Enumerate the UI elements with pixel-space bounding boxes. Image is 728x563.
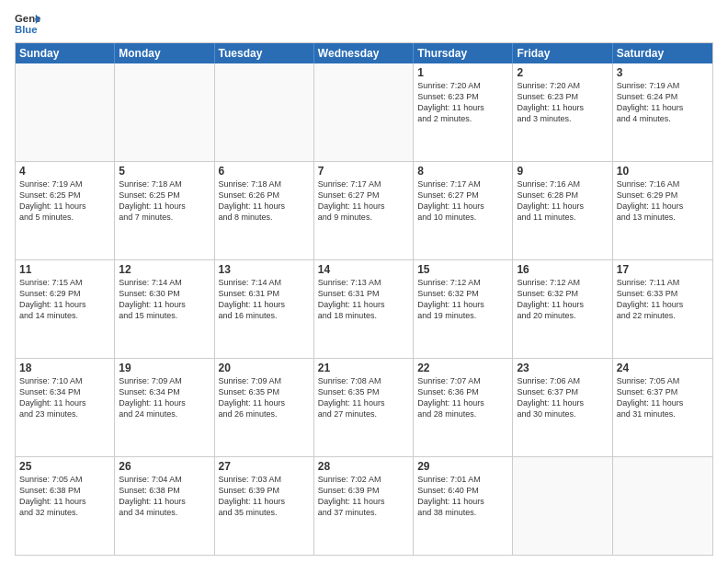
- calendar-cell: 24Sunrise: 7:05 AM Sunset: 6:37 PM Dayli…: [613, 359, 712, 456]
- calendar-cell: [215, 63, 314, 161]
- calendar-cell: [314, 63, 414, 161]
- calendar-cell: 11Sunrise: 7:15 AM Sunset: 6:29 PM Dayli…: [16, 260, 115, 358]
- calendar-cell: 9Sunrise: 7:16 AM Sunset: 6:28 PM Daylig…: [513, 162, 612, 259]
- weekday-header-tuesday: Tuesday: [215, 43, 314, 63]
- day-info: Sunrise: 7:10 AM Sunset: 6:34 PM Dayligh…: [19, 375, 110, 420]
- day-info: Sunrise: 7:02 AM Sunset: 6:39 PM Dayligh…: [318, 474, 409, 519]
- day-number: 19: [119, 362, 210, 374]
- header: General Blue: [15, 11, 713, 37]
- calendar-cell: 16Sunrise: 7:12 AM Sunset: 6:32 PM Dayli…: [513, 260, 612, 358]
- day-number: 24: [617, 362, 709, 374]
- day-info: Sunrise: 7:05 AM Sunset: 6:37 PM Dayligh…: [617, 375, 709, 420]
- svg-text:Blue: Blue: [15, 24, 38, 35]
- day-info: Sunrise: 7:14 AM Sunset: 6:30 PM Dayligh…: [119, 277, 210, 322]
- logo-icon: General Blue: [15, 11, 40, 37]
- day-info: Sunrise: 7:06 AM Sunset: 6:37 PM Dayligh…: [517, 375, 608, 420]
- calendar-header: SundayMondayTuesdayWednesdayThursdayFrid…: [16, 43, 712, 63]
- day-number: 27: [219, 460, 310, 473]
- day-number: 23: [517, 362, 608, 374]
- calendar-cell: [513, 457, 612, 555]
- calendar-cell: 22Sunrise: 7:07 AM Sunset: 6:36 PM Dayli…: [414, 359, 513, 456]
- day-number: 20: [219, 362, 310, 374]
- day-info: Sunrise: 7:03 AM Sunset: 6:39 PM Dayligh…: [219, 474, 310, 519]
- calendar-cell: 4Sunrise: 7:19 AM Sunset: 6:25 PM Daylig…: [16, 162, 115, 259]
- calendar-row-4: 18Sunrise: 7:10 AM Sunset: 6:34 PM Dayli…: [16, 358, 712, 456]
- calendar-cell: 6Sunrise: 7:18 AM Sunset: 6:26 PM Daylig…: [215, 162, 314, 259]
- calendar-cell: 18Sunrise: 7:10 AM Sunset: 6:34 PM Dayli…: [16, 359, 115, 456]
- day-number: 18: [19, 362, 110, 374]
- calendar-row-5: 25Sunrise: 7:05 AM Sunset: 6:38 PM Dayli…: [16, 456, 712, 555]
- day-info: Sunrise: 7:04 AM Sunset: 6:38 PM Dayligh…: [119, 474, 210, 519]
- day-info: Sunrise: 7:19 AM Sunset: 6:25 PM Dayligh…: [19, 178, 110, 224]
- weekday-header-sunday: Sunday: [16, 43, 115, 63]
- day-info: Sunrise: 7:08 AM Sunset: 6:35 PM Dayligh…: [318, 375, 409, 420]
- calendar-cell: 20Sunrise: 7:09 AM Sunset: 6:35 PM Dayli…: [215, 359, 314, 456]
- day-number: 26: [119, 460, 210, 473]
- calendar-cell: 28Sunrise: 7:02 AM Sunset: 6:39 PM Dayli…: [314, 457, 414, 555]
- calendar-cell: 12Sunrise: 7:14 AM Sunset: 6:30 PM Dayli…: [115, 260, 214, 358]
- day-number: 25: [19, 460, 110, 473]
- calendar-cell: 15Sunrise: 7:12 AM Sunset: 6:32 PM Dayli…: [414, 260, 513, 358]
- calendar-cell: 27Sunrise: 7:03 AM Sunset: 6:39 PM Dayli…: [215, 457, 314, 555]
- calendar-cell: 19Sunrise: 7:09 AM Sunset: 6:34 PM Dayli…: [115, 359, 214, 456]
- calendar-cell: 17Sunrise: 7:11 AM Sunset: 6:33 PM Dayli…: [613, 260, 712, 358]
- calendar-row-3: 11Sunrise: 7:15 AM Sunset: 6:29 PM Dayli…: [16, 259, 712, 358]
- logo: General Blue: [15, 11, 40, 37]
- day-number: 15: [417, 263, 508, 276]
- day-info: Sunrise: 7:18 AM Sunset: 6:26 PM Dayligh…: [219, 178, 310, 224]
- day-number: 16: [517, 263, 608, 276]
- calendar-cell: 21Sunrise: 7:08 AM Sunset: 6:35 PM Dayli…: [314, 359, 414, 456]
- day-number: 10: [617, 165, 709, 178]
- day-info: Sunrise: 7:16 AM Sunset: 6:29 PM Dayligh…: [617, 178, 709, 224]
- day-number: 6: [219, 165, 310, 178]
- calendar-cell: 1Sunrise: 7:20 AM Sunset: 6:23 PM Daylig…: [414, 63, 513, 161]
- calendar-cell: 29Sunrise: 7:01 AM Sunset: 6:40 PM Dayli…: [414, 457, 513, 555]
- day-number: 14: [318, 263, 409, 276]
- day-info: Sunrise: 7:13 AM Sunset: 6:31 PM Dayligh…: [318, 277, 409, 322]
- weekday-header-monday: Monday: [115, 43, 214, 63]
- weekday-header-saturday: Saturday: [613, 43, 712, 63]
- day-number: 1: [417, 66, 508, 79]
- day-number: 4: [19, 165, 110, 178]
- day-number: 29: [417, 460, 508, 473]
- weekday-header-thursday: Thursday: [414, 43, 513, 63]
- day-number: 8: [417, 165, 508, 178]
- page: General Blue SundayMondayTuesdayWednesda…: [0, 0, 728, 563]
- weekday-header-friday: Friday: [513, 43, 612, 63]
- calendar-row-2: 4Sunrise: 7:19 AM Sunset: 6:25 PM Daylig…: [16, 161, 712, 259]
- calendar-body: 1Sunrise: 7:20 AM Sunset: 6:23 PM Daylig…: [16, 63, 712, 555]
- calendar-cell: [115, 63, 214, 161]
- day-info: Sunrise: 7:01 AM Sunset: 6:40 PM Dayligh…: [417, 474, 508, 519]
- day-info: Sunrise: 7:15 AM Sunset: 6:29 PM Dayligh…: [19, 277, 110, 322]
- calendar-cell: 2Sunrise: 7:20 AM Sunset: 6:23 PM Daylig…: [513, 63, 612, 161]
- calendar-cell: 23Sunrise: 7:06 AM Sunset: 6:37 PM Dayli…: [513, 359, 612, 456]
- day-number: 5: [119, 165, 210, 178]
- day-number: 2: [517, 66, 608, 79]
- day-info: Sunrise: 7:17 AM Sunset: 6:27 PM Dayligh…: [318, 178, 409, 224]
- calendar-cell: 5Sunrise: 7:18 AM Sunset: 6:25 PM Daylig…: [115, 162, 214, 259]
- day-info: Sunrise: 7:05 AM Sunset: 6:38 PM Dayligh…: [19, 474, 110, 519]
- day-number: 17: [617, 263, 709, 276]
- calendar-cell: 14Sunrise: 7:13 AM Sunset: 6:31 PM Dayli…: [314, 260, 414, 358]
- calendar-cell: 26Sunrise: 7:04 AM Sunset: 6:38 PM Dayli…: [115, 457, 214, 555]
- calendar-cell: 13Sunrise: 7:14 AM Sunset: 6:31 PM Dayli…: [215, 260, 314, 358]
- calendar-cell: 3Sunrise: 7:19 AM Sunset: 6:24 PM Daylig…: [613, 63, 712, 161]
- day-number: 9: [517, 165, 608, 178]
- day-number: 13: [219, 263, 310, 276]
- calendar-cell: 8Sunrise: 7:17 AM Sunset: 6:27 PM Daylig…: [414, 162, 513, 259]
- day-number: 3: [617, 66, 709, 79]
- day-info: Sunrise: 7:19 AM Sunset: 6:24 PM Dayligh…: [617, 80, 709, 125]
- day-info: Sunrise: 7:11 AM Sunset: 6:33 PM Dayligh…: [617, 277, 709, 322]
- day-info: Sunrise: 7:18 AM Sunset: 6:25 PM Dayligh…: [119, 178, 210, 224]
- day-number: 21: [318, 362, 409, 374]
- day-info: Sunrise: 7:09 AM Sunset: 6:34 PM Dayligh…: [119, 375, 210, 420]
- day-info: Sunrise: 7:20 AM Sunset: 6:23 PM Dayligh…: [417, 80, 508, 125]
- day-number: 7: [318, 165, 409, 178]
- calendar-cell: [16, 63, 115, 161]
- day-info: Sunrise: 7:12 AM Sunset: 6:32 PM Dayligh…: [417, 277, 508, 322]
- day-info: Sunrise: 7:07 AM Sunset: 6:36 PM Dayligh…: [417, 375, 508, 420]
- day-number: 11: [19, 263, 110, 276]
- day-info: Sunrise: 7:14 AM Sunset: 6:31 PM Dayligh…: [219, 277, 310, 322]
- day-info: Sunrise: 7:17 AM Sunset: 6:27 PM Dayligh…: [417, 178, 508, 224]
- day-info: Sunrise: 7:20 AM Sunset: 6:23 PM Dayligh…: [517, 80, 608, 125]
